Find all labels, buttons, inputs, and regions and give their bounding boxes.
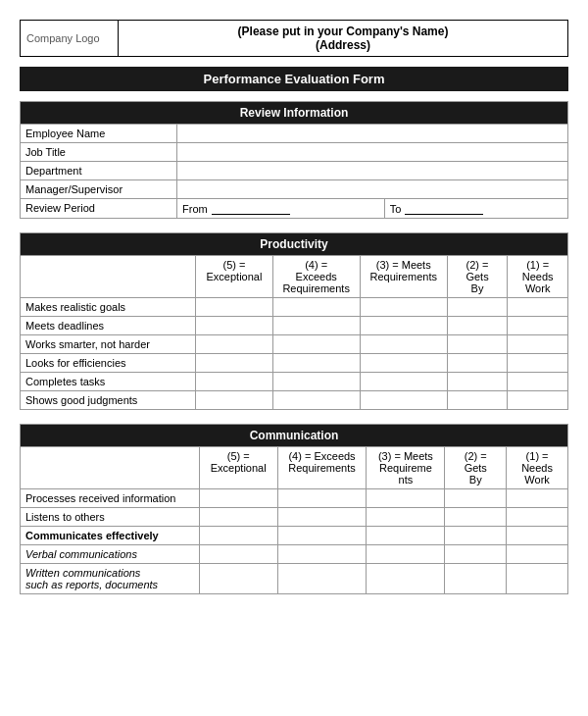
manager-label: Manager/Supervisor [21,180,177,199]
communication-row-2-r4[interactable] [445,508,507,527]
communication-rating-4: (2) =GetsBy [445,447,507,489]
communication-section-title: Communication [21,425,568,447]
communication-row-5: Written communicationssuch as reports, d… [21,564,200,594]
productivity-row-5-r5[interactable] [508,373,568,391]
productivity-row-6: Shows good judgments [21,391,196,410]
productivity-row-6-r3[interactable] [360,391,447,410]
employee-name-value[interactable] [177,125,568,143]
communication-row-2: Listens to others [21,508,200,527]
job-title-value[interactable] [177,143,568,162]
communication-row-3-r4[interactable] [445,527,507,545]
communication-row-5-r3[interactable] [367,564,445,594]
productivity-row-4-r2[interactable] [272,354,360,373]
productivity-row-3-r1[interactable] [196,335,272,354]
productivity-row-6-r5[interactable] [508,391,568,410]
productivity-row-3-r3[interactable] [360,335,447,354]
productivity-row-5-r4[interactable] [447,373,508,391]
review-table: Review Information Employee Name Job Tit… [20,101,568,219]
productivity-row-4-r4[interactable] [447,354,508,373]
review-section-title: Review Information [21,102,568,125]
productivity-row-3-r5[interactable] [508,335,568,354]
productivity-row-2-r3[interactable] [360,317,447,335]
communication-row-3-r3[interactable] [367,527,445,545]
productivity-row-1: Makes realistic goals [21,298,196,317]
productivity-row-3-r2[interactable] [272,335,360,354]
productivity-row-4-r1[interactable] [196,354,272,373]
communication-rating-1: (5) =Exceptional [199,447,277,489]
communication-row-3-r5[interactable] [507,527,568,545]
communication-row-1-r2[interactable] [277,489,367,508]
communication-row-1-r1[interactable] [199,489,277,508]
header-table: Company Logo (Please put in your Company… [20,20,568,57]
productivity-row-1-r2[interactable] [272,298,360,317]
review-period-from-input[interactable] [212,202,290,215]
communication-row-2-r1[interactable] [199,508,277,527]
productivity-row-2-r1[interactable] [196,317,272,335]
communication-row-5-r5[interactable] [507,564,568,594]
review-period-to-input[interactable] [405,202,483,215]
productivity-row-5: Completes tasks [21,373,196,391]
company-logo-text: Company Logo [26,32,100,44]
productivity-row-2-r2[interactable] [272,317,360,335]
productivity-row-1-r4[interactable] [447,298,508,317]
productivity-row-3-r4[interactable] [447,335,508,354]
communication-rating-5: (1) =NeedsWork [507,447,568,489]
productivity-row-2: Meets deadlines [21,317,196,335]
page: Company Logo (Please put in your Company… [20,20,568,594]
communication-row-1-r4[interactable] [445,489,507,508]
productivity-rating-1: (5) =Exceptional [196,256,272,298]
productivity-row-5-r1[interactable] [196,373,272,391]
review-period-from-cell: From [177,199,385,219]
review-period-to-cell: To [384,199,567,219]
company-placeholder: (Please put in your Company's Name)(Addr… [238,25,449,52]
form-title-bar: Performance Evaluation Form [20,67,568,91]
productivity-rating-4: (2) =GetsBy [447,256,508,298]
employee-name-label: Employee Name [21,125,177,143]
productivity-empty-header [21,256,196,298]
communication-row-5-r4[interactable] [445,564,507,594]
communication-row-2-r3[interactable] [367,508,445,527]
productivity-row-3: Works smarter, not harder [21,335,196,354]
from-label: From [182,203,208,215]
communication-row-5-r2[interactable] [277,564,367,594]
communication-row-4: Verbal communications [21,545,200,564]
productivity-rating-5: (1) =NeedsWork [508,256,568,298]
productivity-row-1-r5[interactable] [508,298,568,317]
productivity-row-2-r5[interactable] [508,317,568,335]
productivity-row-4-r5[interactable] [508,354,568,373]
productivity-row-2-r4[interactable] [447,317,508,335]
communication-row-4-r4[interactable] [445,545,507,564]
manager-value[interactable] [177,180,568,199]
communication-row-5-r1[interactable] [199,564,277,594]
communication-rating-2: (4) = ExceedsRequirements [277,447,367,489]
productivity-row-4-r3[interactable] [360,354,447,373]
productivity-row-6-r4[interactable] [447,391,508,410]
company-logo-cell: Company Logo [21,21,119,57]
productivity-rating-3: (3) = MeetsRequirements [360,256,447,298]
productivity-row-5-r3[interactable] [360,373,447,391]
productivity-row-5-r2[interactable] [272,373,360,391]
communication-row-1-r5[interactable] [507,489,568,508]
to-label: To [390,203,402,215]
job-title-label: Job Title [21,143,177,162]
productivity-row-1-r1[interactable] [196,298,272,317]
productivity-row-1-r3[interactable] [360,298,447,317]
productivity-row-6-r1[interactable] [196,391,272,410]
department-value[interactable] [177,162,568,180]
communication-row-4-r5[interactable] [507,545,568,564]
communication-row-2-r2[interactable] [277,508,367,527]
communication-row-3-r1[interactable] [199,527,277,545]
communication-row-1-r3[interactable] [367,489,445,508]
productivity-row-6-r2[interactable] [272,391,360,410]
communication-row-4-r1[interactable] [199,545,277,564]
form-title: Performance Evaluation Form [204,72,385,86]
communication-row-3-r2[interactable] [277,527,367,545]
communication-row-4-r3[interactable] [367,545,445,564]
communication-table: Communication (5) =Exceptional (4) = Exc… [20,424,568,594]
productivity-rating-2: (4) =ExceedsRequirements [272,256,360,298]
communication-empty-header [21,447,200,489]
department-label: Department [21,162,177,180]
communication-row-2-r5[interactable] [507,508,568,527]
communication-row-4-r2[interactable] [277,545,367,564]
communication-row-3: Communicates effectively [21,527,200,545]
